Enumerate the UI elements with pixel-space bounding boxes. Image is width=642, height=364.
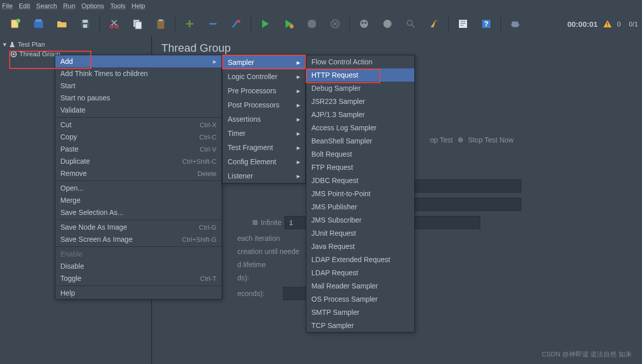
tree-test-plan[interactable]: ▾ Test Plan [0,40,151,49]
ctx1-duplicate[interactable]: DuplicateCtrl+Shift-C [55,155,222,167]
ctx1-merge[interactable]: Merge [55,194,222,206]
context-menu-1: Add▸Add Think Times to childrenStartStar… [55,55,222,300]
ctx3-access-log-sampler[interactable]: Access Log Sampler [306,121,414,134]
ctx2-sampler[interactable]: Sampler▸ [223,55,305,69]
ctx2-test-fragment[interactable]: Test Fragment▸ [223,140,305,155]
ctx3-ajp-1-3-sampler[interactable]: AJP/1.3 Sampler [306,108,414,121]
ctx2-pre-processors[interactable]: Pre Processors▸ [223,84,305,98]
search-tree-icon[interactable] [400,14,422,33]
warning-icon: ! [603,19,612,28]
menu-options[interactable]: Options [81,2,104,10]
menu-tools[interactable]: Tools [110,2,125,10]
ctx3-jdbc-request[interactable]: JDBC Request [306,174,414,187]
svg-point-29 [13,53,15,55]
expand-icon[interactable] [179,14,201,33]
ctx3-tcp-sampler[interactable]: TCP Sampler [306,319,414,332]
start-icon[interactable] [254,14,276,33]
ctx1-paste[interactable]: PasteCtrl-V [55,143,222,155]
svg-point-14 [290,24,294,28]
collapse-icon[interactable] [202,14,224,33]
broom-icon[interactable] [423,14,445,33]
menu-search[interactable]: Search [36,2,57,10]
svg-rect-6 [83,24,87,28]
ctx3-java-request[interactable]: Java Request [306,240,414,253]
ctx1-help[interactable]: Help [55,287,222,299]
help-icon[interactable]: ? [475,14,497,33]
ctx1-remove[interactable]: RemoveDelete [55,167,222,179]
ctx3-junit-request[interactable]: JUnit Request [306,227,414,240]
svg-rect-5 [83,20,88,23]
frag-lifetime: d lifetime [237,261,266,269]
ctx3-flow-control-action[interactable]: Flow Control Action [306,55,414,68]
toggle-icon[interactable] [225,14,247,33]
ctx1-enable[interactable]: Enable [55,248,222,260]
ctx1-start-no-pauses[interactable]: Start no pauses [55,92,222,104]
paste-icon[interactable] [150,14,172,33]
ctx2-timer[interactable]: Timer▸ [223,126,305,140]
start-no-pauses-icon[interactable] [277,14,300,33]
svg-point-25 [512,21,516,25]
ctx1-cut[interactable]: CutCtrl-X [55,119,222,131]
ctx3-jms-publisher[interactable]: JMS Publisher [306,200,414,213]
ctx3-smtp-sampler[interactable]: SMTP Sampler [306,306,414,319]
svg-point-13 [237,20,240,23]
svg-point-17 [362,22,364,24]
stop-now-label: Stop Test Now [468,136,514,144]
ctx1-save-selection-as-[interactable]: Save Selection As... [55,206,222,219]
cloud-icon[interactable] [504,14,526,33]
ctx1-add[interactable]: Add▸ [55,55,222,67]
clear-icon[interactable] [353,14,375,33]
menu-run[interactable]: Run [63,2,76,10]
save-icon[interactable] [74,14,96,33]
ctx2-post-processors[interactable]: Post Processors▸ [223,98,305,112]
ctx3-ldap-extended-request[interactable]: LDAP Extended Request [306,253,414,266]
svg-rect-3 [35,19,42,22]
ctx3-debug-sampler[interactable]: Debug Sampler [306,82,414,95]
toolbar: ? 00:00:01 ! 0 0/1 [0,11,642,37]
new-icon[interactable] [4,14,26,33]
templates-icon[interactable] [27,14,50,33]
ctx1-add-think-times-to-children[interactable]: Add Think Times to children [55,67,222,80]
ctx3-mail-reader-sampler[interactable]: Mail Reader Sampler [306,279,414,293]
cut-icon[interactable] [103,14,125,33]
checkbox-infinite[interactable] [253,220,258,225]
context-menu-2: Sampler▸Logic Controller▸Pre Processors▸… [222,55,306,184]
ctx1-start[interactable]: Start [55,80,222,92]
ctx3-jsr223-sampler[interactable]: JSR223 Sampler [306,95,414,108]
ctx3-http-request[interactable]: HTTP Request [306,68,414,82]
svg-point-26 [515,21,518,24]
ctx3-jms-subscriber[interactable]: JMS Subscriber [306,213,414,227]
page-title: Thread Group [161,42,633,55]
ctx1-save-screen-as-image[interactable]: Save Screen As ImageCtrl+Shift-G [55,233,222,245]
ctx2-listener[interactable]: Listener▸ [223,169,305,183]
ctx1-disable[interactable]: Disable [55,260,222,272]
ctx3-bolt-request[interactable]: Bolt Request [306,148,414,161]
ctx2-assertions[interactable]: Assertions▸ [223,112,305,126]
ctx1-validate[interactable]: Validate [55,104,222,116]
svg-text:!: ! [607,21,609,27]
svg-rect-21 [459,20,467,28]
stop-icon[interactable] [301,14,323,33]
ctx2-logic-controller[interactable]: Logic Controller▸ [223,69,305,84]
ctx3-beanshell-sampler[interactable]: BeanShell Sampler [306,134,414,148]
function-icon[interactable] [452,14,474,33]
frag-ds: ds): [237,274,249,282]
ctx1-copy[interactable]: CopyCtrl-C [55,131,222,143]
menu-help[interactable]: Help [132,2,146,10]
menu-edit[interactable]: Edit [19,2,30,10]
clear-all-icon[interactable] [376,14,399,33]
timer: 00:00:01 [567,20,598,28]
shutdown-icon[interactable] [324,14,346,33]
radio-stop-now[interactable] [458,137,463,142]
open-icon[interactable] [51,14,73,33]
ctx1-open-[interactable]: Open... [55,182,222,194]
ctx3-ldap-request[interactable]: LDAP Request [306,266,414,279]
ctx1-save-node-as-image[interactable]: Save Node As ImageCtrl-G [55,221,222,233]
ctx3-jms-point-to-point[interactable]: JMS Point-to-Point [306,187,414,200]
menu-file[interactable]: File [2,2,13,10]
ctx2-config-element[interactable]: Config Element▸ [223,155,305,169]
copy-icon[interactable] [126,14,149,33]
ctx1-toggle[interactable]: ToggleCtrl-T [55,272,222,284]
ctx3-os-process-sampler[interactable]: OS Process Sampler [306,293,414,306]
ctx3-ftp-request[interactable]: FTP Request [306,161,414,174]
